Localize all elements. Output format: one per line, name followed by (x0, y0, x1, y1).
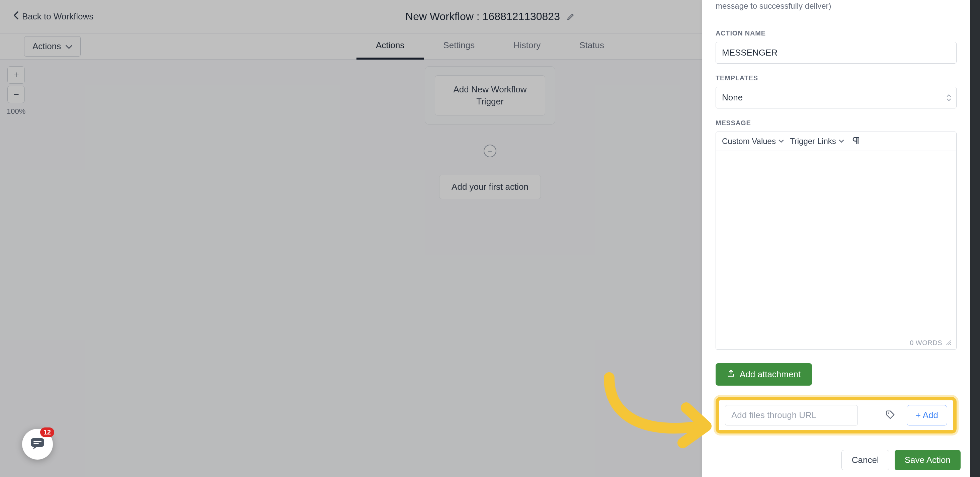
zoom-level-label: 100% (7, 107, 25, 116)
add-attachment-button[interactable]: Add attachment (716, 363, 812, 386)
chevron-left-icon (13, 11, 19, 22)
edit-title-icon[interactable] (566, 13, 575, 21)
add-trigger-button[interactable]: Add New Workflow Trigger (435, 75, 545, 116)
chat-badge: 12 (40, 428, 54, 437)
message-footer: 0 WORDS (716, 337, 956, 350)
templates-select[interactable] (716, 87, 956, 108)
actions-dropdown[interactable]: Actions (24, 36, 81, 57)
workflow-title: New Workflow : 1688121130823 (405, 10, 560, 23)
tab-settings[interactable]: Settings (424, 33, 494, 60)
custom-values-dropdown[interactable]: Custom Values (722, 137, 784, 146)
message-field: MESSAGE Custom Values Trigger Links (716, 119, 956, 350)
panel-body: ACTION NAME TEMPLATES MESSAGE (702, 19, 970, 443)
tab-status[interactable]: Status (560, 33, 624, 60)
file-url-input[interactable] (725, 405, 858, 425)
cancel-button[interactable]: Cancel (842, 450, 889, 470)
actions-dropdown-label: Actions (32, 41, 61, 52)
add-node-button[interactable]: + (484, 145, 496, 157)
chat-widget-button[interactable]: 12 (22, 429, 53, 460)
chat-icon (29, 436, 46, 453)
zoom-out-button[interactable]: − (7, 86, 25, 103)
right-edge-strip (970, 0, 980, 477)
message-editor: Custom Values Trigger Links 0 W (716, 132, 956, 350)
templates-value[interactable] (716, 87, 956, 108)
paragraph-icon[interactable] (852, 137, 859, 146)
templates-field: TEMPLATES (716, 74, 956, 108)
svg-rect-2 (33, 441, 41, 442)
action-side-panel: message to successfully deliver) ACTION … (702, 0, 970, 477)
action-name-label: ACTION NAME (716, 29, 956, 37)
back-link-label: Back to Workflows (22, 11, 93, 22)
node-stack: Add New Workflow Trigger + Add your firs… (425, 66, 555, 199)
tabs: Actions Settings History Status (356, 33, 624, 60)
workflow-title-wrap: New Workflow : 1688121130823 (405, 10, 575, 23)
add-url-button[interactable]: + Add (907, 405, 947, 425)
svg-rect-3 (33, 443, 39, 444)
add-first-action-button[interactable]: Add your first action (439, 175, 541, 199)
svg-point-0 (888, 412, 889, 414)
action-name-input[interactable] (716, 42, 956, 64)
connector-line (490, 157, 490, 175)
url-attachment-highlight: + Add (716, 397, 956, 434)
connector-line (490, 124, 490, 145)
message-toolbar: Custom Values Trigger Links (716, 132, 956, 151)
save-action-button[interactable]: Save Action (895, 450, 961, 470)
upload-icon (727, 369, 735, 380)
tab-history[interactable]: History (494, 33, 560, 60)
word-count: 0 WORDS (910, 339, 942, 347)
panel-footer: Cancel Save Action (702, 443, 970, 477)
panel-header-note: message to successfully deliver) (702, 0, 970, 19)
chevron-down-icon (65, 41, 72, 52)
select-sort-icon (947, 94, 951, 102)
trigger-links-dropdown[interactable]: Trigger Links (790, 137, 844, 146)
trigger-card: Add New Workflow Trigger (425, 66, 555, 124)
back-to-workflows-link[interactable]: Back to Workflows (13, 11, 93, 22)
message-textarea[interactable] (716, 151, 956, 336)
url-input-wrap (725, 405, 900, 425)
templates-label: TEMPLATES (716, 74, 956, 82)
action-name-field: ACTION NAME (716, 29, 956, 64)
zoom-controls: + − 100% (7, 66, 25, 116)
tag-icon[interactable] (885, 410, 895, 421)
zoom-in-button[interactable]: + (7, 66, 25, 84)
svg-rect-1 (31, 438, 44, 447)
url-attachment-row: + Add (725, 405, 947, 425)
resize-handle-icon[interactable] (946, 339, 951, 347)
tab-actions[interactable]: Actions (356, 33, 424, 60)
message-label: MESSAGE (716, 119, 956, 127)
